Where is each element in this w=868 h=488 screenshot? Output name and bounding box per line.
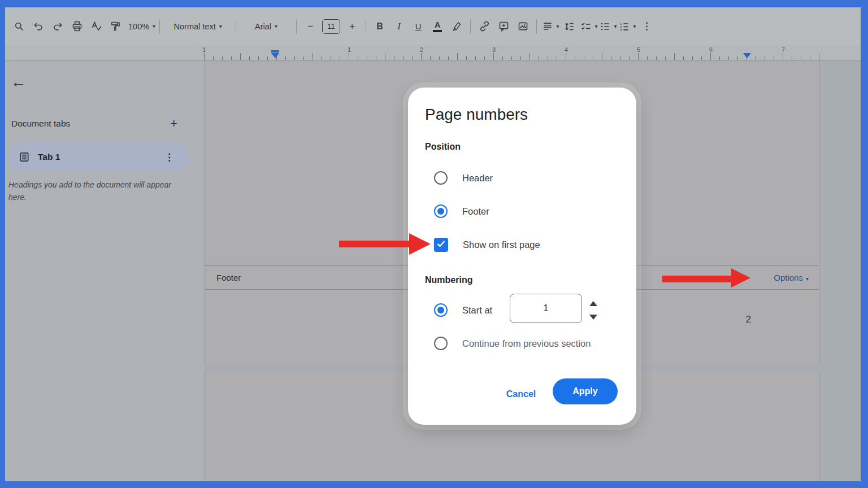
paint-format-button[interactable] bbox=[106, 17, 125, 36]
document-icon bbox=[19, 151, 30, 163]
underline-button[interactable]: U bbox=[409, 17, 428, 36]
left-indent-marker[interactable] bbox=[271, 53, 279, 58]
arrow-head bbox=[731, 268, 750, 287]
spinner-up-icon[interactable] bbox=[589, 301, 597, 306]
redo-button[interactable] bbox=[48, 17, 67, 36]
headings-hint-text: Headings you add to the document will ap… bbox=[8, 178, 178, 204]
checklist-button[interactable]: ▾ bbox=[579, 17, 598, 36]
text-style-select[interactable]: Normal text ▾ bbox=[164, 17, 232, 36]
ruler-number: 6 bbox=[709, 46, 713, 53]
tab-label: Tab 1 bbox=[38, 152, 60, 162]
toolbar-divider bbox=[470, 19, 471, 34]
footer-radio[interactable] bbox=[434, 204, 448, 218]
insert-image-button[interactable] bbox=[513, 17, 532, 36]
apply-button[interactable]: Apply bbox=[553, 378, 618, 404]
text-color-icon: A bbox=[433, 20, 442, 32]
arrow-head bbox=[409, 233, 431, 255]
line-spacing-icon bbox=[564, 21, 575, 32]
font-select[interactable]: Arial ▾ bbox=[240, 17, 292, 36]
ruler[interactable]: 1 1 2 3 4 5 6 7 bbox=[5, 45, 861, 61]
checklist-icon bbox=[580, 21, 592, 32]
arrow-shaft bbox=[662, 276, 734, 282]
search-button[interactable] bbox=[10, 17, 29, 36]
page-numbers-dialog: Page numbers Position Header Footer Show… bbox=[408, 88, 636, 425]
sidebar: ← Document tabs + Tab 1 ⋮ Headings you a… bbox=[5, 61, 205, 481]
show-first-page-checkbox[interactable] bbox=[434, 238, 448, 252]
right-indent-marker[interactable] bbox=[743, 53, 751, 58]
align-button[interactable]: ▾ bbox=[541, 17, 560, 36]
footer-label: Footer bbox=[462, 206, 489, 217]
ruler-number: 1 bbox=[348, 46, 351, 53]
spellcheck-icon bbox=[90, 20, 102, 32]
toolbar-divider bbox=[159, 19, 160, 34]
toolbar: 100% ▾ Normal text ▾ Arial ▾ − 11 + B I … bbox=[5, 7, 861, 45]
ruler-number: 3 bbox=[492, 46, 496, 53]
zoom-select[interactable]: 100% ▾ bbox=[128, 17, 155, 36]
chevron-down-icon: ▾ bbox=[614, 23, 617, 29]
paint-format-icon bbox=[110, 20, 121, 32]
header-radio[interactable] bbox=[434, 171, 448, 185]
italic-button[interactable]: I bbox=[389, 17, 409, 36]
insert-link-button[interactable] bbox=[475, 17, 494, 36]
show-first-page-option[interactable]: Show on first page bbox=[408, 234, 636, 255]
spinner-down-icon[interactable] bbox=[589, 315, 597, 320]
first-line-indent-marker[interactable] bbox=[271, 50, 279, 53]
chevron-down-icon: ▾ bbox=[153, 23, 155, 29]
continue-option[interactable]: Continue from previous section bbox=[408, 333, 636, 354]
highlight-color-button[interactable] bbox=[447, 17, 466, 36]
continue-label: Continue from previous section bbox=[462, 338, 591, 349]
start-at-radio[interactable] bbox=[434, 303, 448, 317]
toolbar-divider bbox=[366, 19, 366, 34]
increase-font-size-button[interactable]: + bbox=[342, 17, 362, 36]
sidebar-item-tab1[interactable]: Tab 1 ⋮ bbox=[7, 142, 189, 172]
position-heading: Position bbox=[425, 142, 461, 152]
print-button[interactable] bbox=[67, 17, 86, 36]
start-at-input[interactable]: 1 bbox=[510, 294, 582, 323]
decrease-font-size-button[interactable]: − bbox=[301, 17, 320, 36]
toolbar-divider bbox=[296, 19, 297, 34]
line-spacing-button[interactable] bbox=[560, 17, 579, 36]
document-tabs-title: Document tabs bbox=[11, 119, 70, 129]
header-option[interactable]: Header bbox=[408, 168, 636, 188]
footer-option[interactable]: Footer bbox=[408, 201, 636, 221]
toolbar-divider bbox=[236, 19, 236, 34]
print-icon bbox=[71, 20, 83, 32]
chevron-down-icon: ▾ bbox=[219, 23, 222, 29]
footer-options-button[interactable]: Options▾ bbox=[774, 273, 809, 282]
back-button[interactable]: ← bbox=[11, 75, 26, 90]
footer-label: Footer bbox=[216, 273, 241, 282]
ruler-number: 1 bbox=[202, 46, 206, 53]
check-icon bbox=[436, 238, 446, 251]
comment-icon bbox=[498, 20, 510, 32]
bulleted-list-icon bbox=[600, 21, 611, 32]
cancel-button[interactable]: Cancel bbox=[497, 384, 545, 405]
align-icon bbox=[542, 21, 553, 32]
search-icon bbox=[14, 21, 25, 32]
undo-icon bbox=[33, 21, 44, 32]
bulleted-list-button[interactable]: ▾ bbox=[598, 17, 618, 36]
arrow-shaft bbox=[339, 241, 410, 247]
redo-icon bbox=[52, 21, 63, 32]
chevron-down-icon: ▾ bbox=[275, 23, 277, 29]
ruler-number: 7 bbox=[782, 46, 785, 53]
show-first-page-label: Show on first page bbox=[463, 239, 540, 250]
font-size-input[interactable]: 11 bbox=[322, 19, 340, 34]
more-options-button[interactable]: ⋮ bbox=[637, 17, 656, 36]
undo-button[interactable] bbox=[29, 17, 48, 36]
add-comment-button[interactable] bbox=[494, 17, 513, 36]
font-value: Arial bbox=[255, 22, 271, 31]
numbered-list-button[interactable]: 123 ▾ bbox=[618, 17, 637, 36]
zoom-value: 100% bbox=[128, 22, 149, 31]
image-icon bbox=[517, 20, 529, 32]
highlight-color-icon bbox=[451, 21, 462, 32]
add-tab-button[interactable]: + bbox=[170, 117, 177, 130]
bold-button[interactable]: B bbox=[370, 17, 389, 36]
continue-radio[interactable] bbox=[434, 337, 448, 350]
chevron-down-icon: ▾ bbox=[557, 23, 559, 29]
text-color-button[interactable]: A bbox=[428, 17, 447, 36]
dialog-title: Page numbers bbox=[425, 106, 528, 124]
tab-menu-button[interactable]: ⋮ bbox=[164, 151, 174, 163]
spellcheck-button[interactable] bbox=[86, 17, 106, 36]
toolbar-divider bbox=[536, 19, 537, 34]
svg-text:3: 3 bbox=[620, 28, 622, 32]
